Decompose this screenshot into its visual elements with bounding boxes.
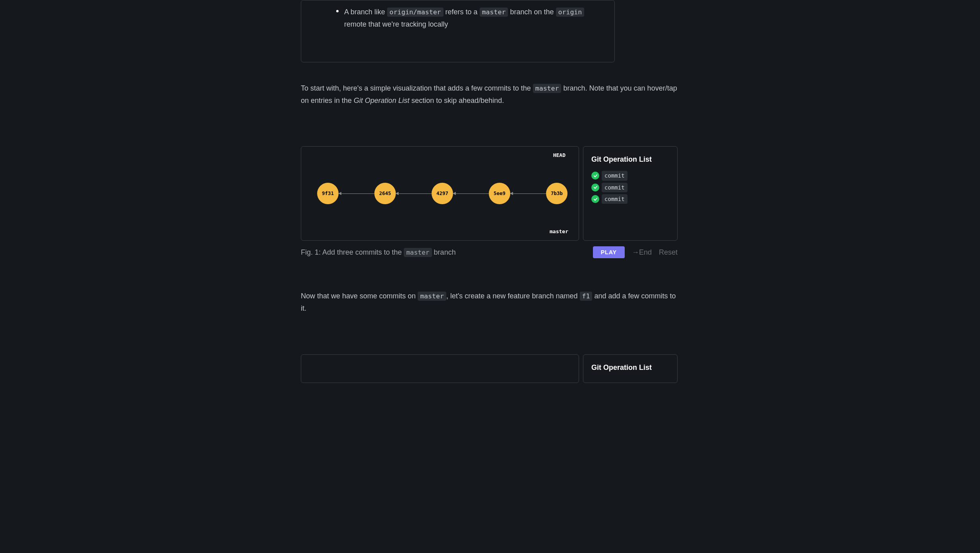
ops-title: Git Operation List — [591, 154, 669, 165]
text-segment: section to skip ahead/behind. — [409, 97, 504, 104]
intro-paragraph: To start with, here's a simple visualiza… — [301, 82, 679, 106]
arrow-line-icon — [339, 193, 374, 194]
commit-graph-panel: HEAD master 9f31 2645 4297 — [301, 146, 579, 241]
ops-title: Git Operation List — [591, 362, 669, 373]
commit-node[interactable]: 5ee9 — [489, 183, 510, 204]
visualization-row-1: HEAD master 9f31 2645 4297 — [301, 146, 678, 241]
controls-right: PLAY →End Reset — [593, 246, 678, 258]
arrow-head-icon — [338, 192, 341, 195]
skip-end-link[interactable]: →End — [632, 247, 652, 258]
arrow-line-icon — [396, 193, 432, 194]
text-segment: remote that we're tracking locally — [344, 20, 448, 28]
commit-node[interactable]: 2645 — [374, 183, 396, 204]
text-segment: branch on the — [508, 8, 556, 16]
bullet-text: A branch like origin/master refers to a … — [344, 6, 598, 30]
op-label: commit — [602, 194, 628, 204]
code-master: master — [404, 248, 432, 257]
commit-slot: 7b3b — [546, 183, 567, 204]
reset-link[interactable]: Reset — [659, 247, 678, 258]
arrow-slot — [510, 193, 546, 194]
op-item[interactable]: commit — [591, 171, 669, 180]
arrow-slot — [453, 193, 489, 194]
code-master: master — [418, 292, 446, 301]
arrow-head-icon — [510, 192, 513, 195]
op-label: commit — [602, 171, 628, 180]
figure-caption: Fig. 1: Add three commits to the master … — [301, 247, 456, 258]
check-circle-icon — [591, 184, 599, 191]
text-segment: refers to a — [444, 8, 480, 16]
arrow-head-icon — [395, 192, 399, 195]
arrow-slot — [339, 193, 374, 194]
commit-node[interactable]: 9f31 — [317, 183, 339, 204]
git-operation-list-panel: Git Operation List commit commit commit — [583, 146, 678, 241]
text-segment: Now that we have some commits on — [301, 292, 418, 300]
controls-row: Fig. 1: Add three commits to the master … — [301, 246, 678, 258]
check-circle-icon — [591, 195, 599, 203]
commit-node[interactable]: 4297 — [432, 183, 453, 204]
arrow-line-icon — [510, 193, 546, 194]
commit-node[interactable]: 7b3b — [546, 183, 567, 204]
code-origin: origin — [556, 8, 585, 17]
commits-container: HEAD master 9f31 2645 4297 — [317, 170, 563, 217]
arrow-head-icon — [453, 192, 456, 195]
commit-slot: 4297 — [432, 183, 453, 204]
bullet-dot-icon — [336, 10, 339, 12]
master-branch-label: master — [550, 228, 568, 236]
commit-slot: 9f31 — [317, 183, 339, 204]
text-segment: To start with, here's a simple visualiza… — [301, 84, 533, 92]
text-segment: Fig. 1: Add three commits to the — [301, 248, 404, 256]
feature-branch-paragraph: Now that we have some commits on master,… — [301, 290, 679, 314]
commit-slot: 5ee9 — [489, 183, 510, 204]
commit-graph-panel-2 — [301, 354, 579, 383]
arrow-slot — [396, 193, 432, 194]
bullet-item: A branch like origin/master refers to a … — [336, 12, 598, 30]
op-label: commit — [602, 183, 628, 192]
visualization-row-2: Git Operation List — [301, 354, 678, 383]
text-segment: , let's create a new feature branch name… — [446, 292, 580, 300]
arrow-line-icon — [453, 193, 489, 194]
check-circle-icon — [591, 172, 599, 180]
emphasis-git-op-list: Git Operation List — [354, 97, 409, 104]
git-operation-list-panel-2: Git Operation List — [583, 354, 678, 383]
text-segment: A branch like — [344, 8, 387, 16]
op-item[interactable]: commit — [591, 194, 669, 204]
op-item[interactable]: commit — [591, 183, 669, 192]
code-f1: f1 — [580, 292, 593, 301]
play-button[interactable]: PLAY — [593, 246, 625, 258]
note-box: A branch like origin/master refers to a … — [301, 0, 615, 62]
text-segment: branch — [432, 248, 456, 256]
commit-slot: 2645 — [374, 183, 396, 204]
code-origin-master: origin/master — [387, 8, 444, 17]
code-master: master — [480, 8, 508, 17]
code-master: master — [533, 84, 562, 93]
head-label: HEAD — [553, 151, 566, 160]
